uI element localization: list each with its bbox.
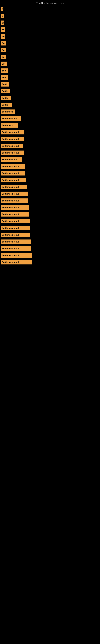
bar-row: Bottleneck result [0, 238, 100, 245]
bar-label: Bottleneck result [1, 240, 31, 244]
bar-label: Bo [1, 27, 5, 32]
bar-label: Bottl [1, 82, 9, 86]
bar-row: Bottleneck r [0, 122, 100, 129]
bar-label: Bottle [1, 89, 10, 94]
bar-label: Bottleneck result [1, 185, 27, 189]
bar-row: Bottleneck result [0, 170, 100, 177]
bar-label: Bottleneck [1, 110, 15, 114]
bar-label: Bottleneck result [1, 178, 26, 182]
bar-label: Bottleneck result [1, 164, 25, 169]
bar-row: Bottleneck result [0, 211, 100, 218]
bar-row: Bott [0, 74, 100, 81]
bar-label: Bo [1, 55, 6, 59]
bar-row: Bottleneck result [0, 245, 100, 252]
bar-label: Bottleneck resu [1, 116, 21, 121]
bar-label: Bottle [1, 96, 11, 100]
bar-label: Bottleneck result [1, 171, 25, 176]
bar-row: Bo [0, 26, 100, 33]
bar-row: Bo [0, 47, 100, 54]
bar-label: Bottleneck result [1, 150, 24, 155]
bar-label: Bo [1, 48, 6, 52]
bar-row: Bo [0, 19, 100, 26]
bar-label: B [1, 14, 3, 18]
bar-label: Bottleneck result [1, 253, 32, 258]
bar-row: Bottleneck result [0, 129, 100, 136]
bar-label: Bottleneck result [1, 233, 30, 237]
bar-label: Bottleneck result [1, 137, 24, 141]
bar-label: Bottleneck r [1, 123, 18, 128]
bar-row: Bottl [0, 81, 100, 88]
bars-container: BBBoBoBoBotBoBoBotBottBottBottlBottleBot… [0, 6, 100, 266]
bar-row: Bottleneck result [0, 259, 100, 266]
bar-label: Bott [1, 68, 8, 73]
bar-label: Bott [1, 75, 8, 80]
bar-row: Bo [0, 33, 100, 40]
bar-row: Bottleneck result [0, 204, 100, 211]
bar-label: Bot [1, 62, 7, 66]
bar-label: Bottleneck result [1, 198, 28, 203]
bar-row: Bottleneck result [0, 136, 100, 142]
bar-label: Bo [1, 34, 5, 39]
bar-label: Bot [1, 41, 6, 46]
bar-label: Bottle [1, 103, 12, 107]
bar-label: Bottleneck resul [1, 144, 23, 148]
bar-row: Bott [0, 67, 100, 74]
bar-label: Bottleneck result [1, 226, 30, 230]
bar-row: Bottleneck result [0, 149, 100, 156]
bar-row: Bottleneck result [0, 177, 100, 184]
bar-row: Bottleneck result [0, 184, 100, 190]
site-title: TheBottlenecker.com [0, 0, 100, 6]
bar-row: Bottleneck result [0, 218, 100, 224]
bar-row: Bottleneck resul [0, 142, 100, 149]
bar-label: Bottleneck result [1, 246, 31, 251]
bar-label: B [1, 7, 3, 11]
bar-label: Bottleneck resu [1, 158, 22, 162]
bar-row: Bottleneck result [0, 232, 100, 238]
bar-row: Bottle [0, 88, 100, 94]
bar-row: Bottleneck result [0, 224, 100, 232]
bar-row: Bottleneck result [0, 197, 100, 204]
bar-row: Bot [0, 40, 100, 47]
bar-row: Bottleneck resu [0, 115, 100, 122]
bar-label: Bottleneck result [1, 212, 29, 216]
bar-row: Bottle [0, 102, 100, 108]
bar-row: Bot [0, 60, 100, 67]
bar-row: Bottleneck resu [0, 156, 100, 163]
bar-row: Bottleneck result [0, 163, 100, 170]
bar-row: B [0, 12, 100, 19]
bar-label: Bottleneck result [1, 192, 28, 196]
bar-label: Bottleneck result [1, 260, 32, 264]
bar-row: B [0, 6, 100, 12]
bar-row: Bottle [0, 94, 100, 102]
bar-label: Bo [1, 20, 4, 25]
bar-label: Bottleneck result [1, 130, 24, 134]
bar-label: Bottleneck result [1, 205, 29, 210]
bar-row: Bo [0, 54, 100, 60]
bar-row: Bottleneck [0, 108, 100, 115]
bar-row: Bottleneck result [0, 252, 100, 259]
bar-row: Bottleneck result [0, 190, 100, 197]
bar-label: Bottleneck result [1, 219, 30, 224]
